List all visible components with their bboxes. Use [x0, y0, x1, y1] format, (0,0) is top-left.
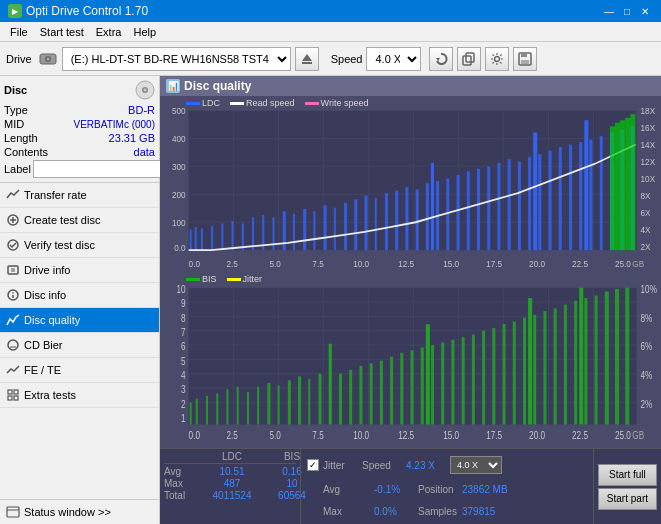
nav-create-test-disc[interactable]: Create test disc [0, 208, 159, 233]
svg-rect-198 [533, 315, 536, 425]
disc-panel-title: Disc [4, 84, 27, 96]
start-part-button[interactable]: Start part [598, 488, 657, 510]
svg-rect-7 [466, 53, 474, 62]
svg-text:2.5: 2.5 [226, 430, 237, 441]
svg-rect-90 [446, 179, 449, 251]
svg-text:400: 400 [172, 133, 186, 144]
cd-bier-icon [6, 338, 20, 352]
disc-quality-title: Disc quality [184, 79, 251, 93]
svg-text:10: 10 [176, 284, 185, 295]
jitter-checkbox[interactable]: ✓ [307, 459, 319, 471]
nav-transfer-rate[interactable]: Transfer rate [0, 183, 159, 208]
svg-text:15.0: 15.0 [443, 430, 459, 441]
status-window-icon [6, 505, 20, 519]
status-window-button[interactable]: Status window >> [0, 499, 159, 524]
nav-verify-test-disc[interactable]: Verify test disc [0, 233, 159, 258]
mid-label: MID [4, 118, 24, 130]
copy-button[interactable] [457, 47, 481, 71]
svg-text:1: 1 [181, 413, 186, 424]
svg-rect-75 [303, 209, 306, 250]
svg-rect-175 [318, 374, 321, 425]
svg-rect-192 [482, 331, 485, 425]
save-button[interactable] [513, 47, 537, 71]
start-full-button[interactable]: Start full [598, 464, 657, 486]
svg-rect-165 [216, 393, 218, 424]
total-ldc: 4011524 [208, 490, 256, 501]
svg-text:17.5: 17.5 [486, 430, 502, 441]
app-title: Opti Drive Control 1.70 [26, 4, 148, 18]
avg-jitter-value: -0.1% [374, 484, 414, 495]
nav-cd-bier[interactable]: CD Bier [0, 333, 159, 358]
max-jitter-value: 0.0% [374, 506, 414, 517]
speed-value-stats: 4.23 X [406, 460, 446, 471]
menu-file[interactable]: File [4, 24, 34, 40]
bis-legend-color [186, 278, 200, 281]
close-button[interactable]: ✕ [637, 3, 653, 19]
svg-rect-173 [298, 376, 301, 424]
svg-rect-11 [521, 60, 529, 64]
svg-text:4: 4 [181, 370, 186, 381]
speed-select[interactable]: 4.0 X [366, 47, 421, 71]
max-label: Max [164, 478, 192, 489]
svg-rect-95 [497, 163, 500, 250]
svg-rect-196 [523, 318, 526, 425]
drive-info-icon [6, 263, 20, 277]
svg-text:18X: 18X [641, 106, 656, 117]
svg-text:14X: 14X [641, 140, 656, 151]
svg-text:6: 6 [181, 341, 186, 352]
chart2-legend: BIS Jitter [186, 274, 262, 284]
svg-text:10X: 10X [641, 174, 656, 185]
svg-text:22.5: 22.5 [572, 430, 588, 441]
contents-label: Contents [4, 146, 48, 158]
menu-start-test[interactable]: Start test [34, 24, 90, 40]
avg-label: Avg [164, 466, 192, 477]
svg-rect-63 [190, 230, 192, 251]
maximize-button[interactable]: □ [619, 3, 635, 19]
svg-text:4%: 4% [641, 370, 653, 381]
svg-text:8X: 8X [641, 191, 651, 202]
nav-fe-te[interactable]: FE / TE [0, 358, 159, 383]
svg-text:12.5: 12.5 [398, 430, 414, 441]
svg-point-14 [144, 89, 147, 92]
nav-disc-info[interactable]: Disc info [0, 283, 159, 308]
svg-text:500: 500 [172, 106, 186, 117]
label-label: Label [4, 163, 31, 175]
svg-point-2 [46, 57, 49, 60]
nav-drive-info[interactable]: Drive info [0, 258, 159, 283]
svg-rect-171 [278, 385, 280, 424]
svg-rect-10 [521, 53, 527, 57]
svg-rect-76 [313, 211, 315, 250]
refresh-button[interactable] [429, 47, 453, 71]
svg-rect-181 [380, 361, 383, 425]
svg-rect-64 [195, 227, 197, 250]
speed-select-stats[interactable]: 4.0 X [450, 456, 502, 474]
menu-extra[interactable]: Extra [90, 24, 128, 40]
eject-button[interactable] [295, 47, 319, 71]
svg-rect-106 [589, 140, 592, 250]
svg-rect-102 [559, 147, 562, 250]
write-speed-legend-label: Write speed [321, 98, 369, 108]
minimize-button[interactable]: — [601, 3, 617, 19]
svg-text:4X: 4X [641, 225, 651, 236]
drive-select[interactable]: (E:) HL-DT-ST BD-RE WH16NS58 TST4 [62, 47, 291, 71]
disc-icon [135, 80, 155, 100]
svg-rect-66 [211, 226, 213, 250]
nav-disc-quality[interactable]: Disc quality [0, 308, 159, 333]
stats-empty-header [164, 451, 192, 462]
svg-rect-67 [221, 223, 223, 250]
label-input[interactable] [33, 160, 166, 178]
svg-rect-177 [339, 374, 342, 425]
svg-rect-207 [615, 289, 619, 425]
menu-help[interactable]: Help [127, 24, 162, 40]
svg-rect-178 [349, 370, 352, 425]
svg-marker-3 [302, 54, 312, 61]
nav-extra-tests[interactable]: Extra tests [0, 383, 159, 408]
svg-text:7: 7 [181, 327, 186, 338]
svg-text:2X: 2X [641, 241, 651, 252]
svg-rect-189 [451, 340, 454, 425]
svg-rect-182 [390, 357, 393, 425]
svg-rect-179 [359, 366, 362, 425]
svg-text:2%: 2% [641, 399, 653, 410]
titlebar: ▶ Opti Drive Control 1.70 — □ ✕ [0, 0, 661, 22]
settings-button[interactable] [485, 47, 509, 71]
